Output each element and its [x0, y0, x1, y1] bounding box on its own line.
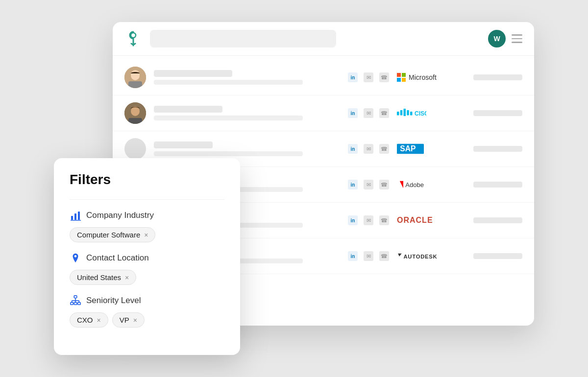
filter-tags-location: United States × [70, 270, 224, 285]
contact-actions: in ✉ ☎ [348, 108, 389, 118]
linkedin-icon[interactable]: in [348, 215, 358, 225]
oracle-text-logo: ORACLE [397, 216, 433, 225]
contact-title-bar [154, 116, 303, 120]
filter-tag-united-states[interactable]: United States × [70, 270, 136, 285]
company-extra-bar [473, 110, 522, 116]
phone-icon[interactable]: ☎ [379, 108, 389, 118]
filter-tags-seniority: CXO × VP × [70, 312, 224, 328]
company-logo-area: ORACLE [397, 216, 466, 225]
svg-point-26 [74, 255, 77, 258]
email-icon[interactable]: ✉ [364, 108, 373, 118]
contact-title-bar [154, 151, 303, 156]
company-extra-bar [473, 253, 522, 259]
phone-icon[interactable]: ☎ [379, 215, 389, 225]
svg-text:CISCO: CISCO [415, 110, 426, 117]
search-bar[interactable] [150, 30, 336, 47]
sap-logo-icon: SAP [397, 143, 424, 155]
svg-rect-23 [74, 213, 76, 220]
avatar [124, 67, 146, 88]
linkedin-icon[interactable]: in [348, 144, 358, 154]
company-logo-area: CISCO [397, 108, 466, 118]
remove-tag-icon[interactable]: × [144, 232, 148, 238]
contact-name-bar [154, 106, 222, 113]
app-logo [124, 30, 142, 47]
linkedin-icon[interactable]: in [348, 108, 358, 118]
contact-info [154, 141, 340, 156]
svg-rect-27 [74, 296, 77, 298]
filter-tag-label: CXO [77, 316, 93, 324]
contact-info [154, 106, 340, 120]
company-logo-area: AUTODESK [397, 251, 466, 261]
location-pin-icon [70, 252, 81, 264]
svg-rect-22 [71, 216, 73, 220]
filter-section-header: Company Industry [70, 210, 224, 221]
phone-icon[interactable]: ☎ [379, 72, 389, 82]
remove-tag-icon[interactable]: × [97, 317, 101, 324]
svg-rect-14 [404, 109, 406, 116]
email-icon[interactable]: ✉ [364, 251, 373, 261]
filter-tag-computer-software[interactable]: Computer Software × [70, 227, 155, 242]
remove-tag-icon[interactable]: × [125, 274, 129, 281]
microsoft-logo-icon [397, 73, 406, 82]
email-icon[interactable]: ✉ [364, 215, 373, 225]
svg-rect-30 [78, 303, 81, 305]
svg-rect-13 [400, 110, 403, 116]
contact-actions: in ✉ ☎ [348, 180, 389, 189]
menu-button[interactable] [512, 34, 522, 43]
phone-icon[interactable]: ☎ [379, 251, 389, 261]
email-icon[interactable]: ✉ [364, 72, 373, 82]
filters-title: Filters [70, 172, 224, 188]
company-logo-area: Adobe [397, 179, 466, 190]
linkedin-icon[interactable]: in [348, 72, 358, 82]
table-row: in ✉ ☎ CISCO [113, 95, 534, 131]
avatar-placeholder [124, 138, 146, 160]
company-extra-bar [473, 74, 522, 80]
company-logo-area: Microsoft [397, 73, 466, 82]
svg-rect-6 [402, 73, 406, 77]
phone-icon[interactable]: ☎ [379, 180, 389, 189]
filter-tag-cxo[interactable]: CXO × [70, 312, 108, 328]
svg-text:AUTODESK: AUTODESK [404, 254, 438, 259]
filter-tag-label: United States [77, 273, 121, 282]
user-avatar[interactable]: W [488, 30, 506, 47]
contact-title-bar [154, 80, 303, 85]
table-row: in ✉ ☎ Microsoft [113, 60, 534, 95]
autodesk-logo-icon: AUTODESK [397, 251, 441, 261]
svg-rect-12 [397, 112, 399, 116]
filter-tag-label: VP [120, 316, 129, 324]
filter-section-company-industry: Company Industry Computer Software × [70, 210, 224, 242]
cisco-logo-icon: CISCO [397, 108, 426, 118]
org-chart-icon [70, 295, 81, 306]
avatar [124, 102, 146, 124]
filter-section-label: Seniority Level [86, 296, 141, 306]
contact-name-bar [154, 70, 232, 77]
header-right: W [488, 30, 522, 47]
company-extra-bar [473, 182, 522, 188]
filters-panel: Filters Company Industry Computer Softwa… [54, 158, 240, 355]
app-header: W [113, 22, 534, 56]
filter-section-seniority-level: Seniority Level CXO × VP × [70, 295, 224, 328]
bar-chart-icon [70, 210, 81, 221]
filter-tag-vp[interactable]: VP × [112, 312, 145, 328]
company-extra-bar [473, 146, 522, 152]
contact-info [154, 70, 340, 85]
remove-tag-icon[interactable]: × [133, 317, 137, 324]
email-icon[interactable]: ✉ [364, 180, 373, 189]
email-icon[interactable]: ✉ [364, 144, 373, 154]
svg-point-0 [131, 33, 136, 38]
svg-rect-11 [128, 118, 142, 124]
svg-rect-24 [78, 212, 80, 220]
linkedin-icon[interactable]: in [348, 251, 358, 261]
svg-text:Adobe: Adobe [405, 181, 424, 188]
divider [70, 199, 224, 200]
linkedin-icon[interactable]: in [348, 180, 358, 189]
adobe-logo-icon: Adobe [397, 179, 429, 190]
svg-rect-8 [402, 78, 406, 82]
svg-rect-16 [410, 112, 413, 116]
scene: W [54, 22, 534, 355]
company-name: Microsoft [409, 73, 437, 81]
filter-section-label: Contact Location [86, 253, 149, 263]
phone-icon[interactable]: ☎ [379, 144, 389, 154]
svg-rect-5 [397, 73, 401, 77]
filter-tag-label: Computer Software [77, 231, 140, 239]
